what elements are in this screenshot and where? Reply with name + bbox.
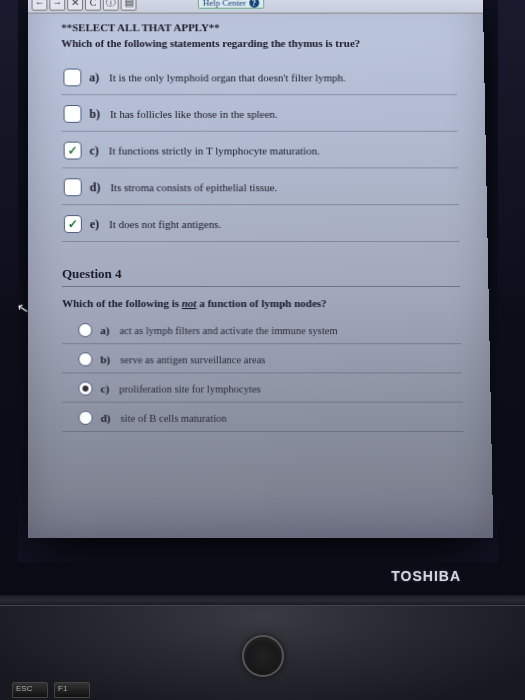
option-letter: c) [90,143,99,158]
laptop-hinge [0,595,525,605]
option-letter: d) [101,412,111,424]
option-text: Its stroma consists of epithelial tissue… [110,181,277,193]
quiz-page: **SELECT ALL THAT APPLY** Which of the f… [28,14,492,432]
brand-label: TOSHIBA [391,568,461,584]
option-divider [62,431,463,432]
key-f1[interactable]: F1 [54,682,90,698]
q4-option[interactable]: c)proliferation site for lymphocytes [62,373,462,401]
power-button[interactable] [242,635,284,677]
page-icon: ▤ [121,0,137,11]
option-text: serve as antigen surveillance areas [120,354,265,365]
q3-option[interactable]: b)It has follicles like those in the spl… [62,95,458,131]
key-esc[interactable]: ESC [12,682,48,698]
option-text: It does not fight antigens. [109,218,221,230]
option-letter: b) [100,353,110,365]
forward-button[interactable]: → [49,0,65,11]
checkbox[interactable] [63,69,81,87]
option-letter: d) [90,180,101,195]
stop-button[interactable]: ✕ [67,0,83,11]
back-button[interactable]: ← [32,0,48,11]
option-letter: c) [101,382,110,394]
option-letter: b) [89,107,100,122]
checkbox[interactable] [64,105,82,123]
q3-option[interactable]: a)It is the only lymphoid organ that doe… [61,59,457,94]
help-center-link[interactable]: Help Center ? [198,0,264,9]
q3-option[interactable]: c)It functions strictly in T lymphocyte … [62,132,459,168]
radio[interactable] [78,352,92,366]
q4-prompt: Which of the following is not a function… [62,297,461,309]
option-text: site of B cells maturation [121,412,227,423]
option-text: It functions strictly in T lymphocyte ma… [109,145,320,157]
photo-scene: ← → ✕ C ⓘ ▤ Help Center ? **SELECT ALL T… [0,0,525,700]
option-text: act as lymph filters and activate the im… [119,325,337,336]
q4-prompt-post: a function of lymph nodes? [196,297,326,309]
q4-option[interactable]: a)act as lymph filters and activate the … [62,315,461,343]
q3-instruction: **SELECT ALL THAT APPLY** [61,21,455,33]
q4-option[interactable]: b)serve as antigen surveillance areas [62,344,462,372]
checkbox[interactable] [64,215,82,233]
checkbox[interactable] [64,142,82,160]
checkbox[interactable] [64,178,82,196]
q3-prompt: Which of the following statements regard… [61,37,456,49]
help-icon: ? [249,0,259,8]
radio[interactable] [78,323,92,337]
info-icon[interactable]: ⓘ [103,0,119,11]
option-text: proliferation site for lymphocytes [119,383,261,394]
q4-heading: Question 4 [62,262,460,287]
option-text: It has follicles like those in the splee… [110,108,278,120]
q4-prompt-pre: Which of the following is [62,297,182,309]
option-letter: a) [100,324,109,336]
option-text: It is the only lymphoid organ that doesn… [109,72,346,84]
laptop-screen: ← → ✕ C ⓘ ▤ Help Center ? **SELECT ALL T… [28,0,494,538]
q3-option[interactable]: e)It does not fight antigens. [62,205,460,241]
q4-prompt-not: not [182,297,197,309]
q3-option[interactable]: d)Its stroma consists of epithelial tiss… [62,168,459,204]
option-divider [62,241,460,242]
browser-toolbar: ← → ✕ C ⓘ ▤ Help Center ? [28,0,484,14]
reload-button[interactable]: C [85,0,101,11]
keyboard-row: ESC F1 [12,682,90,698]
radio[interactable] [79,411,93,425]
radio[interactable] [78,381,92,395]
option-letter: a) [89,70,99,85]
q4-option[interactable]: d)site of B cells maturation [62,403,463,431]
option-letter: e) [90,217,99,232]
help-center-label: Help Center [203,0,246,8]
